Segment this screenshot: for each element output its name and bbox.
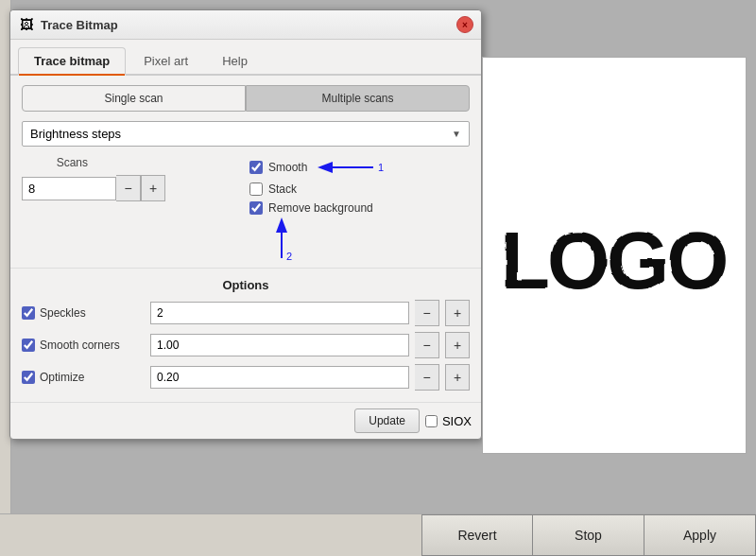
scans-input[interactable] xyxy=(22,177,116,200)
scans-input-row: − + xyxy=(22,175,242,201)
scans-row: Scans xyxy=(22,156,242,169)
global-footer: Revert Stop Apply xyxy=(0,513,756,556)
logo-preview-area: LOGO xyxy=(482,57,747,454)
svg-text:1: 1 xyxy=(378,162,384,173)
smooth-corners-decrement-button[interactable]: − xyxy=(415,332,439,358)
single-scan-button[interactable]: Single scan xyxy=(22,85,246,112)
remove-background-row: Remove background xyxy=(249,201,470,215)
update-button[interactable]: Update xyxy=(354,408,420,433)
dropdown-label: Brightness steps xyxy=(30,127,121,141)
annotation-arrow-1: 1 xyxy=(317,158,383,177)
window-bottom-area: Update SIOX xyxy=(10,402,481,439)
optimize-increment-button[interactable]: + xyxy=(445,364,470,391)
siox-label: SIOX xyxy=(442,414,472,428)
checkboxes-column: Smooth 1 Stack xyxy=(249,156,470,258)
smooth-checkbox[interactable] xyxy=(249,161,263,174)
stack-label: Stack xyxy=(268,182,297,196)
tab-pixel-art[interactable]: Pixel art xyxy=(128,47,204,76)
dropdown-row: Brightness steps ▼ xyxy=(10,117,481,150)
smooth-corners-checkbox[interactable] xyxy=(22,339,35,352)
multiple-scans-button[interactable]: Multiple scans xyxy=(246,85,470,112)
options-section: Options Speckles − + Smooth corners − xyxy=(10,268,481,402)
stack-checkbox[interactable] xyxy=(249,182,263,196)
siox-checkbox[interactable] xyxy=(425,415,438,427)
remove-background-label: Remove background xyxy=(268,201,373,215)
trace-bitmap-window: 🖼 Trace Bitmap × Trace bitmap Pixel art … xyxy=(9,9,482,440)
siox-area: SIOX xyxy=(425,414,472,428)
smooth-label: Smooth xyxy=(268,161,307,174)
optimize-checkbox[interactable] xyxy=(22,371,35,384)
logo-svg: LOGO xyxy=(491,199,737,312)
window-close-button[interactable]: × xyxy=(456,16,473,33)
scans-label: Scans xyxy=(22,156,88,169)
apply-button[interactable]: Apply xyxy=(644,514,756,556)
optimize-decrement-button[interactable]: − xyxy=(415,364,439,391)
smooth-corners-input[interactable] xyxy=(150,334,409,356)
svg-text:2: 2 xyxy=(286,251,292,262)
speckles-row: Speckles − + xyxy=(22,300,470,326)
settings-area: Scans − + Smooth xyxy=(10,150,481,264)
speckles-label-check: Speckles xyxy=(22,306,145,320)
smooth-corners-increment-button[interactable]: + xyxy=(445,332,470,358)
stack-row: Stack xyxy=(249,182,470,196)
scans-column: Scans − + xyxy=(22,156,242,258)
scans-increment-button[interactable]: + xyxy=(141,175,165,201)
speckles-label: Speckles xyxy=(40,306,86,320)
speckles-decrement-button[interactable]: − xyxy=(415,300,439,326)
optimize-label-check: Optimize xyxy=(22,371,145,384)
desktop: ① 🖼 Trace Bitmap × Trace bitmap Pixel ar… xyxy=(0,0,756,556)
dropdown-arrow-icon: ▼ xyxy=(452,129,461,139)
smooth-corners-label: Smooth corners xyxy=(40,339,120,352)
tab-bar: Trace bitmap Pixel art Help xyxy=(10,40,481,76)
options-title: Options xyxy=(22,278,470,292)
speckles-input[interactable] xyxy=(150,302,409,324)
optimize-row: Optimize − + xyxy=(22,364,470,391)
speckles-checkbox[interactable] xyxy=(22,306,35,320)
scan-type-bar: Single scan Multiple scans xyxy=(10,76,481,117)
smooth-corners-label-check: Smooth corners xyxy=(22,339,145,352)
tab-trace-bitmap[interactable]: Trace bitmap xyxy=(18,47,126,76)
optimize-label: Optimize xyxy=(40,371,84,384)
tab-help[interactable]: Help xyxy=(206,47,264,76)
smooth-row: Smooth 1 xyxy=(249,158,470,177)
speckles-increment-button[interactable]: + xyxy=(445,300,470,326)
remove-background-checkbox[interactable] xyxy=(249,201,263,215)
scans-decrement-button[interactable]: − xyxy=(116,175,141,201)
revert-button[interactable]: Revert xyxy=(421,514,533,556)
brightness-steps-dropdown[interactable]: Brightness steps ▼ xyxy=(22,121,470,147)
stop-button[interactable]: Stop xyxy=(533,514,644,556)
smooth-corners-row: Smooth corners − + xyxy=(22,332,470,358)
annotation-arrow-2: 2 xyxy=(272,220,301,268)
window-title: Trace Bitmap xyxy=(41,18,451,32)
window-icon: 🖼 xyxy=(18,16,35,33)
svg-text:LOGO: LOGO xyxy=(501,216,726,305)
optimize-input[interactable] xyxy=(150,366,409,389)
window-titlebar: 🖼 Trace Bitmap × xyxy=(10,10,481,40)
